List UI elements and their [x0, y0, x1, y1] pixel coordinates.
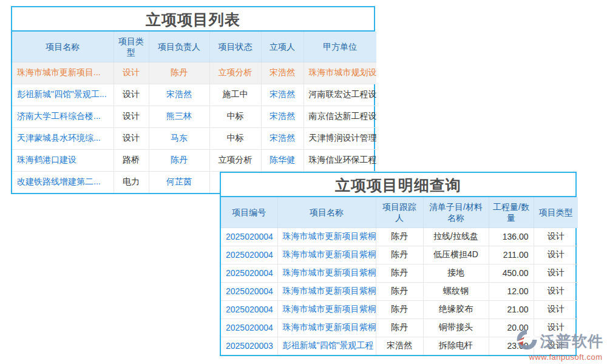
project-detail-table: 项目编号项目名称项目跟踪人清单子目/材料名称工程量/数量项目类型 2025020… — [221, 197, 578, 355]
table-row: 2025020004珠海市城市更新项目紫桐陈丹接地450.00设计 — [221, 264, 578, 282]
cell-client-unit: 河南联宏达工程设... — [304, 84, 376, 106]
detail-header-row: 项目编号项目名称项目跟踪人清单子目/材料名称工程量/数量项目类型 — [221, 197, 578, 228]
cell-project-status: 立项分析 — [209, 149, 261, 171]
cell-project-type: 设计 — [534, 318, 578, 337]
cell-project-type: 设计 — [114, 127, 149, 149]
cell-project-manager[interactable]: 马东 — [149, 127, 209, 149]
cell-project-name[interactable]: 济南大学工科综合楼... — [12, 106, 114, 127]
table-row: 2025020004珠海市城市更新项目紫桐陈丹低压横担4D211.00设计 — [221, 246, 578, 264]
cell-client-unit: 珠海信业环保工程... — [304, 149, 376, 171]
cell-project-name[interactable]: 珠海市城市更新项目紫桐 — [277, 228, 376, 246]
cell-project-tracker: 陈丹 — [376, 228, 423, 246]
column-header-client-unit: 甲方单位 — [304, 32, 376, 62]
cell-initiator[interactable]: 宋浩然 — [261, 84, 304, 106]
column-header-project-type: 项目类型 — [534, 197, 578, 228]
cell-project-type: 设计 — [114, 106, 149, 127]
cell-project-name[interactable]: 珠海市城市更新项目紫桐 — [277, 246, 376, 264]
cell-project-code[interactable]: 2025020004 — [221, 228, 277, 246]
table-row: 2025020003彭祖新城"四馆"景观工程宋浩然拆除电杆23.00设计 — [221, 337, 578, 355]
cell-client-unit: 珠海市城市规划设... — [304, 62, 376, 84]
cell-quantity: 21.00 — [489, 300, 534, 318]
cell-project-manager[interactable]: 陈丹 — [149, 62, 209, 84]
cell-project-tracker: 陈丹 — [376, 282, 423, 300]
cell-project-manager[interactable]: 宋浩然 — [149, 84, 209, 106]
cell-project-name[interactable]: 彭祖新城"四馆"景观工... — [12, 84, 114, 106]
cell-quantity: 20.00 — [489, 318, 534, 337]
cell-project-name[interactable]: 天津蒙城县水环境综... — [12, 127, 114, 149]
cell-project-type: 设计 — [534, 282, 578, 300]
project-detail-panel: 立项项目明细查询 项目编号项目名称项目跟踪人清单子目/材料名称工程量/数量项目类… — [220, 172, 577, 356]
cell-project-code[interactable]: 2025020003 — [221, 337, 277, 355]
column-header-project-tracker: 项目跟踪人 — [376, 197, 423, 228]
table-row: 珠海市城市更新项目...设计陈丹立项分析宋浩然珠海市城市规划设... — [12, 62, 376, 84]
cell-client-unit: 南京信达新工程设... — [304, 106, 376, 127]
cell-quantity: 136.00 — [489, 228, 534, 246]
cell-project-type: 设计 — [534, 300, 578, 318]
column-header-project-code: 项目编号 — [221, 197, 277, 228]
cell-project-name[interactable]: 珠海市城市更新项目... — [12, 62, 114, 84]
cell-project-type: 设计 — [534, 264, 578, 282]
cell-project-name[interactable]: 彭祖新城"四馆"景观工程 — [277, 337, 376, 355]
cell-project-name[interactable]: 珠海市城市更新项目紫桐 — [277, 300, 376, 318]
cell-project-code[interactable]: 2025020004 — [221, 246, 277, 264]
column-header-project-type: 项目类型 — [114, 32, 149, 62]
cell-project-tracker: 陈丹 — [376, 300, 423, 318]
cell-project-tracker: 陈丹 — [376, 318, 423, 337]
cell-project-code[interactable]: 2025020004 — [221, 300, 277, 318]
cell-quantity: 23.00 — [489, 337, 534, 355]
cell-material-name: 绝缘胶布 — [423, 300, 489, 318]
cell-project-type: 设计 — [534, 246, 578, 264]
project-list-panel: 立项项目列表 项目名称项目类型项目负责人项目状态立项人甲方单位 珠海市城市更新项… — [11, 6, 375, 194]
app-canvas: 立项项目列表 项目名称项目类型项目负责人项目状态立项人甲方单位 珠海市城市更新项… — [0, 0, 607, 364]
project-list-title: 立项项目列表 — [12, 7, 374, 32]
column-header-material-name: 清单子目/材料名称 — [423, 197, 489, 228]
cell-project-tracker: 陈丹 — [376, 246, 423, 264]
column-header-initiator: 立项人 — [261, 32, 304, 62]
column-header-project-manager: 项目负责人 — [149, 32, 209, 62]
cell-material-name: 低压横担4D — [423, 246, 489, 264]
cell-project-name[interactable]: 珠海市城市更新项目紫桐 — [277, 318, 376, 337]
cell-project-status: 中标 — [209, 106, 261, 127]
cell-project-name[interactable]: 珠海市城市更新项目紫桐 — [277, 264, 376, 282]
table-row: 2025020004珠海市城市更新项目紫桐陈丹铜带接头20.00设计 — [221, 318, 578, 337]
table-row: 2025020004珠海市城市更新项目紫桐陈丹绝缘胶布21.00设计 — [221, 300, 578, 318]
cell-material-name: 接地 — [423, 264, 489, 282]
table-row: 2025020004珠海市城市更新项目紫桐陈丹螺纹钢12.00设计 — [221, 282, 578, 300]
cell-quantity: 12.00 — [489, 282, 534, 300]
project-list-table: 项目名称项目类型项目负责人项目状态立项人甲方单位 珠海市城市更新项目...设计陈… — [12, 32, 376, 193]
cell-project-manager[interactable]: 熊三林 — [149, 106, 209, 127]
cell-project-status: 立项分析 — [209, 62, 261, 84]
cell-project-name[interactable]: 珠海市城市更新项目紫桐 — [277, 282, 376, 300]
cell-quantity: 211.00 — [489, 246, 534, 264]
cell-project-status: 中标 — [209, 127, 261, 149]
column-header-project-status: 项目状态 — [209, 32, 261, 62]
cell-project-type: 电力 — [114, 171, 149, 193]
cell-project-type: 设计 — [114, 62, 149, 84]
cell-project-manager[interactable]: 何芷茵 — [149, 171, 209, 193]
cell-project-code[interactable]: 2025020004 — [221, 264, 277, 282]
cell-initiator[interactable]: 宋浩然 — [261, 127, 304, 149]
cell-project-type: 设计 — [534, 228, 578, 246]
column-header-project-name: 项目名称 — [12, 32, 114, 62]
cell-material-name: 铜带接头 — [423, 318, 489, 337]
cell-initiator[interactable]: 陈华健 — [261, 149, 304, 171]
cell-project-code[interactable]: 2025020004 — [221, 318, 277, 337]
cell-project-type: 路桥 — [114, 149, 149, 171]
cell-initiator[interactable]: 宋浩然 — [261, 106, 304, 127]
cell-initiator[interactable]: 宋浩然 — [261, 62, 304, 84]
cell-project-tracker: 宋浩然 — [376, 337, 423, 355]
table-row: 2025020004珠海市城市更新项目紫桐陈丹拉线/拉线盘136.00设计 — [221, 228, 578, 246]
cell-project-name[interactable]: 改建铁路线增建第二... — [12, 171, 114, 193]
column-header-project-name: 项目名称 — [277, 197, 376, 228]
table-row: 珠海鹤港口建设路桥陈丹立项分析陈华健珠海信业环保工程... — [12, 149, 376, 171]
cell-project-manager[interactable]: 陈丹 — [149, 149, 209, 171]
table-row: 济南大学工科综合楼...设计熊三林中标宋浩然南京信达新工程设... — [12, 106, 376, 127]
list-header-row: 项目名称项目类型项目负责人项目状态立项人甲方单位 — [12, 32, 376, 62]
cell-material-name: 拉线/拉线盘 — [423, 228, 489, 246]
cell-client-unit: 天津博润设计管理... — [304, 127, 376, 149]
cell-project-tracker: 陈丹 — [376, 264, 423, 282]
project-detail-title: 立项项目明细查询 — [221, 173, 575, 197]
table-row: 天津蒙城县水环境综...设计马东中标宋浩然天津博润设计管理... — [12, 127, 376, 149]
cell-project-code[interactable]: 2025020004 — [221, 282, 277, 300]
cell-project-name[interactable]: 珠海鹤港口建设 — [12, 149, 114, 171]
